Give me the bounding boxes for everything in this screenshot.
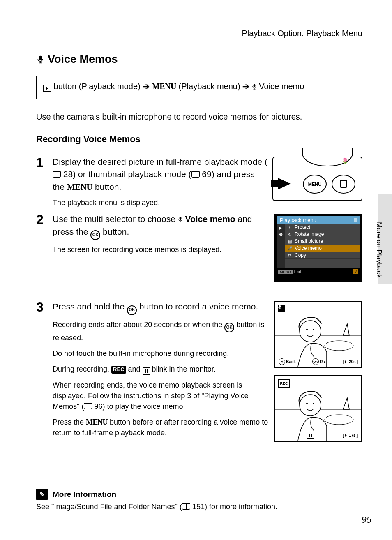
playback-icon [43, 85, 51, 92]
microphone-icon [36, 55, 44, 64]
svg-point-20 [313, 403, 314, 404]
manual-page: Playback Option: Playback Menu Voice Mem… [0, 0, 392, 540]
list-item-selected: 🎤Voice memo [285, 245, 360, 252]
nav-step-1: button (Playback mode) [51, 82, 143, 91]
recording-screen-2: REC [🞂 17s] [274, 375, 362, 442]
sub-heading: Recording Voice Memos [36, 134, 362, 145]
step-3-note: When recording ends, the voice memo play… [53, 380, 269, 412]
nav-step-2: (Playback menu) [176, 82, 242, 91]
trash-icon [340, 180, 347, 188]
step-3-note: During recording, REC and blink in the m… [53, 364, 269, 375]
svg-point-12 [325, 341, 353, 351]
arrow-icon: ➔ [242, 82, 249, 91]
svg-rect-3 [253, 84, 255, 87]
page-ref-icon [84, 403, 92, 409]
ok-button-icon: OK [90, 230, 100, 240]
nav-step-3: Voice memo [257, 82, 304, 91]
page-ref-icon [182, 503, 190, 510]
microphone-icon [178, 216, 183, 223]
step-3-note: Recording ends after about 20 seconds or… [53, 319, 269, 343]
step-2-note: The screen for recording voice memos is … [53, 244, 269, 255]
divider [36, 293, 362, 293]
menu-label: MENU [67, 182, 92, 192]
section-tab-label: More on Playback [375, 222, 383, 278]
recording-screen-1: ✕Back OKR● [🞂 20s] [274, 301, 362, 368]
svg-point-18 [300, 395, 321, 416]
lcd-title: Playback menu [277, 216, 360, 224]
menu-label: MENU [152, 82, 176, 91]
svg-point-14 [306, 329, 308, 330]
step-number: 3 [36, 300, 53, 314]
step-3: 3 Press and hold the OK button to record… [36, 300, 362, 449]
svg-rect-0 [39, 55, 42, 60]
tools-icon: ⚒ [279, 233, 283, 237]
page-ref-icon [53, 171, 61, 178]
step-3-text: Press and hold the OK button to record a… [53, 300, 269, 315]
menu-button-graphic: MENU [303, 175, 327, 194]
playback-icon: ▶ [279, 226, 282, 230]
list-item: ▤Small picture [285, 238, 360, 245]
recording-illustrations: ✕Back OKR● [🞂 20s] REC [274, 301, 362, 449]
list-item: ⿻Copy [285, 252, 360, 259]
svg-point-19 [306, 403, 308, 404]
step-1: 1 Display the desired picture in full-fr… [36, 156, 362, 208]
lcd-list: ⚿Protect ↻Rotate image ▤Small picture 🎤V… [285, 224, 360, 268]
info-icon: ✎ [36, 489, 48, 500]
step-number: 2 [36, 213, 53, 226]
memo-indicator-icon [307, 432, 314, 439]
menu-label: MENU [86, 418, 108, 426]
scene-drawing [275, 376, 361, 441]
step-1-note: The playback menu is displayed. [53, 197, 267, 208]
ok-button-icon: OK [127, 305, 137, 315]
rotate-icon: ↻ [287, 232, 292, 237]
microphone-icon: 🎤 [287, 246, 292, 251]
step-2: 2 Use the multi selector to choose Voice… [36, 213, 362, 282]
ok-rec-indicator: OKR● [312, 358, 326, 365]
back-indicator: ✕Back [279, 358, 296, 365]
lcd-side-icons: ▶⚒ [277, 224, 285, 268]
key-icon: ⚿ [287, 225, 292, 230]
ok-button-icon: OK [224, 323, 234, 332]
section-title: Voice Memos [36, 53, 362, 66]
svg-point-17 [325, 415, 353, 425]
lcd-footer: MENU Exit ? [277, 268, 360, 275]
step-2-text: Use the multi selector to choose Voice m… [53, 213, 269, 240]
navigation-path: button (Playback mode) ➔ MENU (Playback … [36, 76, 362, 99]
memo-indicator-icon [143, 367, 150, 375]
scene-drawing [275, 302, 361, 367]
page-ref-icon [191, 171, 200, 178]
svg-rect-6 [179, 217, 181, 220]
microphone-icon [252, 83, 257, 90]
menu-label: MENU [278, 270, 293, 274]
time-indicator: [🞂 17s] [343, 433, 358, 438]
step-number: 1 [36, 156, 53, 169]
svg-point-13 [300, 321, 321, 342]
list-item: ↻Rotate image [285, 231, 360, 238]
more-information-box: ✎ More Information See "Image/Sound File… [36, 485, 362, 511]
more-info-text: See "Image/Sound File and Folder Names" … [36, 503, 362, 511]
copy-icon: ⿻ [287, 253, 292, 258]
flower-icon: 🌷 [341, 157, 348, 164]
help-icon: ? [353, 269, 358, 274]
svg-point-15 [313, 329, 314, 330]
lcd-menu-illustration: Playback menu ▶⚒ ⚿Protect ↻Rotate image … [274, 214, 362, 282]
rec-badge-icon: REC [111, 366, 126, 374]
arrow-icon: ➔ [143, 82, 150, 91]
intro-text: Use the camera's built-in microphone to … [36, 112, 362, 122]
camera-illustration: 🌷 MENU [272, 157, 362, 201]
more-info-heading: More Information [53, 490, 116, 499]
time-indicator: [🞂 20s] [343, 360, 358, 364]
page-number: 95 [362, 515, 371, 525]
step-1-text: Display the desired picture in full-fram… [53, 156, 267, 193]
step-3-note: Press the MENU button before or after re… [53, 417, 269, 438]
trash-button-graphic [332, 175, 355, 194]
arrow-icon [278, 178, 291, 189]
step-3-note: Do not touch the built-in microphone dur… [53, 348, 269, 359]
section-title-text: Voice Memos [48, 53, 118, 66]
header-breadcrumb: Playback Option: Playback Menu [36, 29, 362, 38]
resize-icon: ▤ [287, 239, 292, 244]
list-item: ⚿Protect [285, 224, 360, 231]
